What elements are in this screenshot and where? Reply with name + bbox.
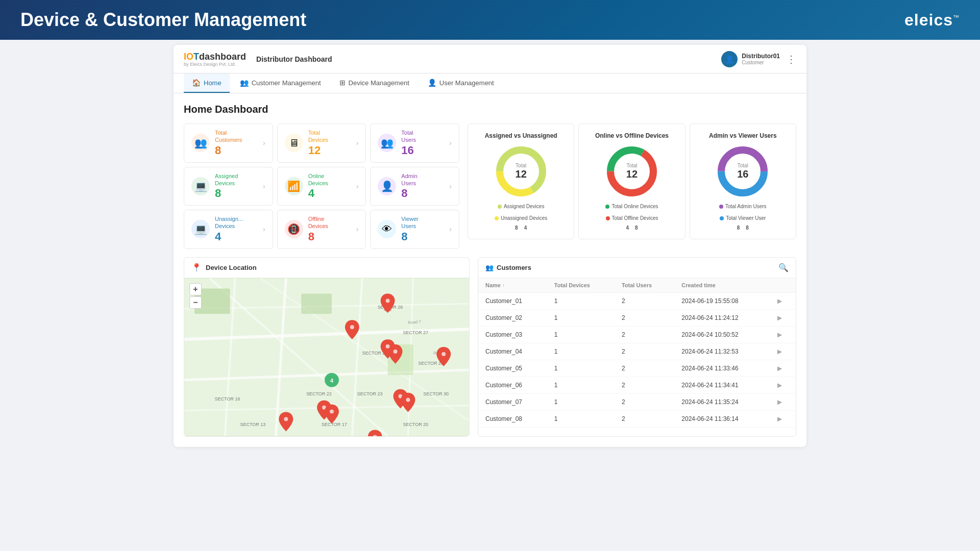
chart-online-counts: 4 8	[626, 225, 638, 231]
svg-point-43	[442, 352, 446, 356]
table-row[interactable]: Customer_04 1 2 2024-06-24 11:32:53 ▶	[478, 343, 796, 360]
customer-row-arrow[interactable]: ▶	[770, 393, 796, 410]
stat-offline-devices[interactable]: 📵 OfflineDevices 8 ›	[277, 210, 366, 249]
menu-dots-button[interactable]: ⋮	[786, 53, 796, 65]
app-logo-text: IOTdashboard	[184, 52, 246, 62]
home-icon: 🏠	[192, 79, 201, 87]
users-stat-icon: 👥	[378, 134, 396, 152]
tab-customer-management[interactable]: 👥 Customer Management	[232, 73, 329, 93]
legend-offline: Total Offline Devices	[606, 215, 658, 221]
legend-viewer: Total Viewer User	[720, 215, 766, 221]
customer-name: Customer_05	[478, 360, 547, 377]
user-name: Distributor01	[742, 53, 780, 60]
svg-text:SECTOR 16: SECTOR 16	[215, 396, 240, 401]
map-body: + −	[184, 278, 469, 436]
svg-point-42	[394, 349, 398, 354]
admin-stat-icon: 👤	[378, 177, 396, 195]
stat-online-devices[interactable]: 📶 OnlineDevices 4 ›	[277, 167, 366, 206]
svg-text:SECTOR 23: SECTOR 23	[357, 391, 383, 396]
customer-name: Customer_01	[478, 292, 547, 309]
tab-device-management[interactable]: ⊞ Device Management	[331, 73, 418, 93]
user-role: Customer	[742, 60, 780, 65]
table-row[interactable]: Customer_05 1 2 2024-06-24 11:33:46 ▶	[478, 360, 796, 377]
customers-icon-header: 👥	[485, 264, 494, 271]
legend-assigned: Assigned Devices	[498, 204, 544, 209]
table-row[interactable]: Customer_01 1 2 2024-06-19 15:55:08 ▶	[478, 292, 796, 309]
customers-table: Name ↑ Total Devices Total Users Created…	[478, 278, 796, 428]
app-logo-sub: by Eleics Design Pvt. Ltd.	[184, 62, 246, 67]
customer-row-arrow[interactable]: ▶	[770, 410, 796, 427]
stat-assigned-devices[interactable]: 💻 AssignedDevices 8 ›	[184, 167, 273, 206]
map-zoom-in[interactable]: +	[189, 283, 202, 295]
customer-users: 2	[615, 410, 674, 427]
chart-admin-title: Admin vs Viewer Users	[709, 132, 777, 139]
customer-row-arrow[interactable]: ▶	[770, 343, 796, 360]
customer-devices: 1	[547, 393, 615, 410]
stats-grid: 👥 TotalCustomers 8 › 🖥 TotalDe	[184, 123, 459, 249]
customer-row-arrow[interactable]: ▶	[770, 292, 796, 309]
donut-admin: Total 16	[715, 143, 771, 199]
chart-assigned-counts: 8 4	[515, 225, 527, 231]
svg-text:SECTOR 22: SECTOR 22	[306, 391, 332, 396]
customer-row-arrow[interactable]: ▶	[770, 326, 796, 343]
table-row[interactable]: Customer_02 1 2 2024-06-24 11:24:12 ▶	[478, 309, 796, 326]
app-header: IOTdashboard by Eleics Design Pvt. Ltd. …	[174, 45, 806, 73]
stat-admin-users[interactable]: 👤 AdminUsers 8 ›	[370, 167, 459, 206]
main-container: IOTdashboard by Eleics Design Pvt. Ltd. …	[163, 40, 817, 457]
stat-unassigned-devices[interactable]: 💻 Unassign...Devices 4 ›	[184, 210, 273, 249]
svg-text:4: 4	[330, 378, 334, 384]
customers-stat-icon: 👥	[191, 134, 210, 152]
customer-users: 2	[615, 343, 674, 360]
chart-admin-viewer: Admin vs Viewer Users Total	[690, 123, 796, 239]
stats-section: 👥 TotalCustomers 8 › 🖥 TotalDe	[184, 123, 796, 249]
app-header-left: IOTdashboard by Eleics Design Pvt. Ltd. …	[184, 52, 332, 67]
user-avatar: 👤	[721, 51, 738, 67]
customer-name: Customer_04	[478, 343, 547, 360]
customer-devices: 1	[547, 360, 615, 377]
bottom-section: 📍 Device Location + −	[184, 257, 796, 437]
chart-online-title: Online vs Offline Devices	[595, 132, 669, 139]
donut-online: Total 12	[604, 143, 660, 199]
stat-viewer-users[interactable]: 👁 ViewerUsers 8 ›	[370, 210, 459, 249]
stat-total-customers[interactable]: 👥 TotalCustomers 8 ›	[184, 123, 273, 163]
banner-logo: eleics™	[904, 11, 960, 30]
table-row[interactable]: Customer_03 1 2 2024-06-24 10:50:52 ▶	[478, 326, 796, 343]
chart-assigned-unassigned: Assigned vs Unassigned	[468, 123, 574, 239]
page-title: Home Dashboard	[184, 104, 796, 115]
tab-user-management[interactable]: 👤 User Management	[420, 73, 502, 93]
search-icon[interactable]: 🔍	[778, 263, 789, 272]
customer-name: Customer_06	[478, 377, 547, 393]
customers-card: 👥 Customers 🔍 Name ↑ Total Devices Total…	[478, 257, 796, 437]
table-row[interactable]: Customer_07 1 2 2024-06-24 11:35:24 ▶	[478, 393, 796, 410]
map-zoom-out[interactable]: −	[189, 296, 202, 309]
customer-row-arrow[interactable]: ▶	[770, 360, 796, 377]
svg-text:SECTOR 13: SECTOR 13	[240, 421, 266, 427]
customer-row-arrow[interactable]: ▶	[770, 377, 796, 393]
tab-home[interactable]: 🏠 Home	[184, 73, 230, 93]
customer-devices: 1	[547, 292, 615, 309]
table-row[interactable]: Customer_06 1 2 2024-06-24 11:34:41 ▶	[478, 377, 796, 393]
device-icon: ⊞	[339, 79, 346, 87]
stat-total-devices[interactable]: 🖥 TotalDevices 12 ›	[277, 123, 366, 163]
legend-unassigned: Unassigned Devices	[495, 215, 547, 221]
banner-title: Device & Customer Management	[20, 9, 306, 31]
donut-admin-label: Total 16	[737, 163, 748, 180]
svg-text:SECTOR 20: SECTOR 20	[403, 421, 428, 427]
donut-online-label: Total 12	[626, 163, 638, 180]
chevron-right-icon: ›	[449, 225, 452, 233]
map-svg: SECTOR 26 SECTOR 27 SECTOR 25 SECTOR 29 …	[184, 278, 469, 436]
customer-row-arrow[interactable]: ▶	[770, 309, 796, 326]
chevron-right-icon: ›	[356, 139, 359, 147]
svg-point-40	[350, 325, 354, 329]
stat-total-users[interactable]: 👥 TotalUsers 16 ›	[370, 123, 459, 163]
legend-admin: Total Admin Users	[719, 204, 767, 209]
chevron-right-icon: ›	[449, 139, 452, 147]
map-header: 📍 Device Location	[184, 258, 469, 278]
sort-icon: ↑	[502, 283, 505, 288]
customers-icon: 👥	[240, 79, 249, 87]
page-content: Home Dashboard 👥 TotalCustomers 8	[174, 93, 806, 447]
table-row[interactable]: Customer_08 1 2 2024-06-24 11:36:14 ▶	[478, 410, 796, 427]
svg-rect-21	[301, 293, 332, 314]
col-users: Total Users	[615, 278, 674, 293]
customer-name: Customer_07	[478, 393, 547, 410]
